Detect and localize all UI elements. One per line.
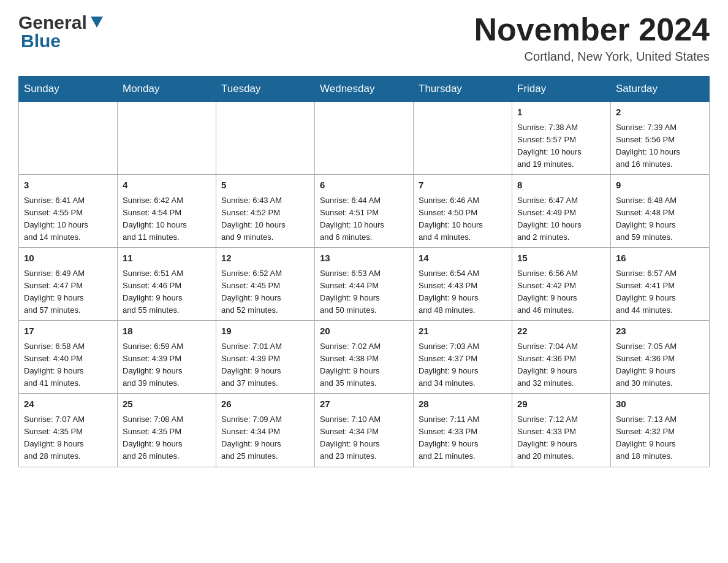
- calendar-cell: 1Sunrise: 7:38 AM Sunset: 5:57 PM Daylig…: [512, 102, 611, 175]
- day-info: Sunrise: 7:11 AM Sunset: 4:33 PM Dayligh…: [419, 413, 507, 463]
- day-number: 1: [517, 105, 605, 120]
- calendar-cell: 25Sunrise: 7:08 AM Sunset: 4:35 PM Dayli…: [118, 394, 216, 467]
- day-number: 25: [123, 397, 211, 412]
- day-info: Sunrise: 7:04 AM Sunset: 4:36 PM Dayligh…: [517, 340, 605, 390]
- header-tuesday: Tuesday: [216, 77, 315, 102]
- calendar-cell: 12Sunrise: 6:52 AM Sunset: 4:45 PM Dayli…: [216, 248, 315, 321]
- calendar-cell: 9Sunrise: 6:48 AM Sunset: 4:48 PM Daylig…: [611, 175, 710, 248]
- day-number: 9: [616, 178, 704, 193]
- calendar-cell: 27Sunrise: 7:10 AM Sunset: 4:34 PM Dayli…: [315, 394, 414, 467]
- calendar-cell: [414, 102, 512, 175]
- day-info: Sunrise: 7:38 AM Sunset: 5:57 PM Dayligh…: [517, 121, 605, 171]
- day-info: Sunrise: 6:44 AM Sunset: 4:51 PM Dayligh…: [320, 194, 408, 244]
- day-info: Sunrise: 7:10 AM Sunset: 4:34 PM Dayligh…: [320, 413, 408, 463]
- calendar-cell: 17Sunrise: 6:58 AM Sunset: 4:40 PM Dayli…: [19, 321, 118, 394]
- day-number: 21: [419, 324, 507, 339]
- day-info: Sunrise: 7:39 AM Sunset: 5:56 PM Dayligh…: [616, 121, 704, 171]
- day-info: Sunrise: 7:01 AM Sunset: 4:39 PM Dayligh…: [221, 340, 309, 390]
- day-info: Sunrise: 6:41 AM Sunset: 4:55 PM Dayligh…: [24, 194, 112, 244]
- calendar-cell: 28Sunrise: 7:11 AM Sunset: 4:33 PM Dayli…: [414, 394, 512, 467]
- calendar-cell: 18Sunrise: 6:59 AM Sunset: 4:39 PM Dayli…: [118, 321, 216, 394]
- calendar-cell: [315, 102, 414, 175]
- day-info: Sunrise: 6:54 AM Sunset: 4:43 PM Dayligh…: [419, 267, 507, 317]
- calendar-cell: 5Sunrise: 6:43 AM Sunset: 4:52 PM Daylig…: [216, 175, 315, 248]
- day-number: 23: [616, 324, 704, 339]
- calendar-cell: 16Sunrise: 6:57 AM Sunset: 4:41 PM Dayli…: [611, 248, 710, 321]
- calendar-cell: 2Sunrise: 7:39 AM Sunset: 5:56 PM Daylig…: [611, 102, 710, 175]
- header-wednesday: Wednesday: [315, 77, 414, 102]
- day-info: Sunrise: 6:57 AM Sunset: 4:41 PM Dayligh…: [616, 267, 704, 317]
- calendar-cell: 13Sunrise: 6:53 AM Sunset: 4:44 PM Dayli…: [315, 248, 414, 321]
- day-info: Sunrise: 6:51 AM Sunset: 4:46 PM Dayligh…: [123, 267, 211, 317]
- day-number: 5: [221, 178, 309, 193]
- day-number: 16: [616, 251, 704, 266]
- calendar-cell: [216, 102, 315, 175]
- day-number: 29: [517, 397, 605, 412]
- day-info: Sunrise: 6:52 AM Sunset: 4:45 PM Dayligh…: [221, 267, 309, 317]
- day-number: 17: [24, 324, 112, 339]
- day-number: 15: [517, 251, 605, 266]
- day-number: 14: [419, 251, 507, 266]
- header-thursday: Thursday: [414, 77, 512, 102]
- day-number: 4: [123, 178, 211, 193]
- calendar-cell: 11Sunrise: 6:51 AM Sunset: 4:46 PM Dayli…: [118, 248, 216, 321]
- calendar-cell: 30Sunrise: 7:13 AM Sunset: 4:32 PM Dayli…: [611, 394, 710, 467]
- page-header: General Blue November 2024 Cortland, New…: [18, 12, 710, 64]
- calendar-cell: 4Sunrise: 6:42 AM Sunset: 4:54 PM Daylig…: [118, 175, 216, 248]
- calendar-week-4: 17Sunrise: 6:58 AM Sunset: 4:40 PM Dayli…: [19, 321, 710, 394]
- day-info: Sunrise: 7:03 AM Sunset: 4:37 PM Dayligh…: [419, 340, 507, 390]
- day-info: Sunrise: 6:58 AM Sunset: 4:40 PM Dayligh…: [24, 340, 112, 390]
- day-number: 27: [320, 397, 408, 412]
- day-info: Sunrise: 6:46 AM Sunset: 4:50 PM Dayligh…: [419, 194, 507, 244]
- day-number: 24: [24, 397, 112, 412]
- day-number: 6: [320, 178, 408, 193]
- day-info: Sunrise: 7:13 AM Sunset: 4:32 PM Dayligh…: [616, 413, 704, 463]
- day-number: 26: [221, 397, 309, 412]
- logo: General Blue: [18, 12, 105, 52]
- day-number: 2: [616, 105, 704, 120]
- day-info: Sunrise: 7:07 AM Sunset: 4:35 PM Dayligh…: [24, 413, 112, 463]
- calendar-cell: [19, 102, 118, 175]
- calendar-cell: 19Sunrise: 7:01 AM Sunset: 4:39 PM Dayli…: [216, 321, 315, 394]
- day-info: Sunrise: 6:42 AM Sunset: 4:54 PM Dayligh…: [123, 194, 211, 244]
- day-info: Sunrise: 7:12 AM Sunset: 4:33 PM Dayligh…: [517, 413, 605, 463]
- day-number: 30: [616, 397, 704, 412]
- logo-general-text: General: [18, 12, 87, 33]
- header-friday: Friday: [512, 77, 611, 102]
- header-sunday: Sunday: [19, 77, 118, 102]
- calendar-cell: 15Sunrise: 6:56 AM Sunset: 4:42 PM Dayli…: [512, 248, 611, 321]
- day-number: 19: [221, 324, 309, 339]
- calendar-cell: 8Sunrise: 6:47 AM Sunset: 4:49 PM Daylig…: [512, 175, 611, 248]
- calendar-week-3: 10Sunrise: 6:49 AM Sunset: 4:47 PM Dayli…: [19, 248, 710, 321]
- day-info: Sunrise: 6:53 AM Sunset: 4:44 PM Dayligh…: [320, 267, 408, 317]
- day-info: Sunrise: 6:56 AM Sunset: 4:42 PM Dayligh…: [517, 267, 605, 317]
- calendar-week-2: 3Sunrise: 6:41 AM Sunset: 4:55 PM Daylig…: [19, 175, 710, 248]
- calendar-cell: 3Sunrise: 6:41 AM Sunset: 4:55 PM Daylig…: [19, 175, 118, 248]
- day-number: 8: [517, 178, 605, 193]
- calendar-cell: 29Sunrise: 7:12 AM Sunset: 4:33 PM Dayli…: [512, 394, 611, 467]
- calendar-week-1: 1Sunrise: 7:38 AM Sunset: 5:57 PM Daylig…: [19, 102, 710, 175]
- calendar-cell: 6Sunrise: 6:44 AM Sunset: 4:51 PM Daylig…: [315, 175, 414, 248]
- day-info: Sunrise: 7:08 AM Sunset: 4:35 PM Dayligh…: [123, 413, 211, 463]
- day-number: 11: [123, 251, 211, 266]
- day-info: Sunrise: 7:02 AM Sunset: 4:38 PM Dayligh…: [320, 340, 408, 390]
- calendar-cell: 21Sunrise: 7:03 AM Sunset: 4:37 PM Dayli…: [414, 321, 512, 394]
- day-info: Sunrise: 6:43 AM Sunset: 4:52 PM Dayligh…: [221, 194, 309, 244]
- day-info: Sunrise: 6:49 AM Sunset: 4:47 PM Dayligh…: [24, 267, 112, 317]
- day-number: 13: [320, 251, 408, 266]
- title-section: November 2024 Cortland, New York, United…: [474, 12, 710, 64]
- day-number: 20: [320, 324, 408, 339]
- day-number: 12: [221, 251, 309, 266]
- calendar-cell: 20Sunrise: 7:02 AM Sunset: 4:38 PM Dayli…: [315, 321, 414, 394]
- calendar-cell: 7Sunrise: 6:46 AM Sunset: 4:50 PM Daylig…: [414, 175, 512, 248]
- calendar-week-5: 24Sunrise: 7:07 AM Sunset: 4:35 PM Dayli…: [19, 394, 710, 467]
- day-number: 10: [24, 251, 112, 266]
- calendar-cell: 22Sunrise: 7:04 AM Sunset: 4:36 PM Dayli…: [512, 321, 611, 394]
- day-number: 28: [419, 397, 507, 412]
- day-info: Sunrise: 6:47 AM Sunset: 4:49 PM Dayligh…: [517, 194, 605, 244]
- day-number: 22: [517, 324, 605, 339]
- day-number: 7: [419, 178, 507, 193]
- calendar-table: Sunday Monday Tuesday Wednesday Thursday…: [18, 76, 710, 467]
- day-info: Sunrise: 6:48 AM Sunset: 4:48 PM Dayligh…: [616, 194, 704, 244]
- header-monday: Monday: [118, 77, 216, 102]
